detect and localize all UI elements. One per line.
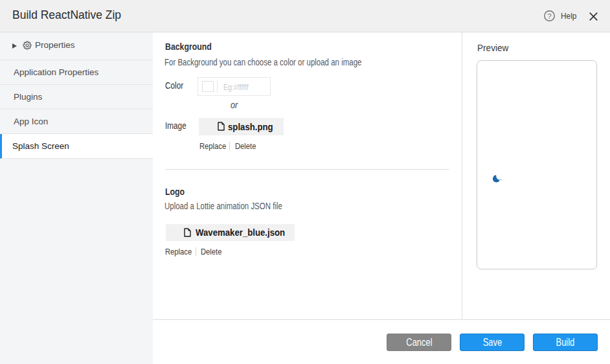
svg-text:?: ? <box>547 12 551 20</box>
